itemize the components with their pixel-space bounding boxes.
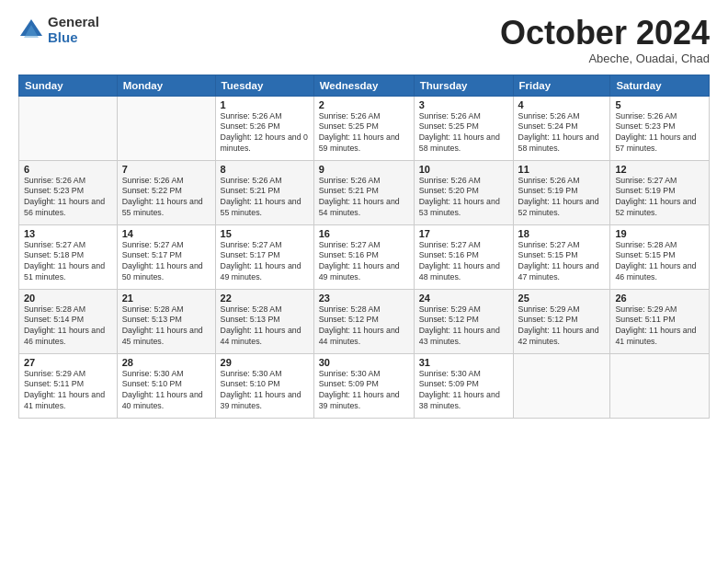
- header: General Blue October 2024 Abeche, Ouadai…: [18, 15, 710, 65]
- day-info: Sunrise: 5:26 AM Sunset: 5:21 PM Dayligh…: [319, 176, 409, 220]
- weekday-header-row: SundayMondayTuesdayWednesdayThursdayFrid…: [19, 75, 710, 96]
- day-info: Sunrise: 5:27 AM Sunset: 5:17 PM Dayligh…: [221, 240, 309, 284]
- day-info: Sunrise: 5:26 AM Sunset: 5:26 PM Dayligh…: [221, 111, 309, 155]
- day-number: 10: [419, 164, 508, 175]
- day-number: 26: [615, 293, 704, 304]
- calendar-cell: 9Sunrise: 5:26 AM Sunset: 5:21 PM Daylig…: [313, 160, 414, 224]
- weekday-header-saturday: Saturday: [610, 75, 710, 96]
- day-number: 31: [419, 357, 508, 368]
- day-number: 19: [615, 228, 704, 239]
- day-info: Sunrise: 5:30 AM Sunset: 5:10 PM Dayligh…: [122, 369, 210, 413]
- day-number: 29: [221, 357, 309, 368]
- day-info: Sunrise: 5:28 AM Sunset: 5:15 PM Dayligh…: [615, 240, 704, 284]
- calendar-cell: [610, 353, 710, 418]
- day-info: Sunrise: 5:27 AM Sunset: 5:18 PM Dayligh…: [24, 240, 112, 284]
- day-number: 1: [221, 99, 309, 110]
- day-info: Sunrise: 5:27 AM Sunset: 5:19 PM Dayligh…: [615, 176, 704, 220]
- day-info: Sunrise: 5:29 AM Sunset: 5:12 PM Dayligh…: [419, 304, 508, 349]
- day-info: Sunrise: 5:30 AM Sunset: 5:09 PM Dayligh…: [319, 369, 409, 413]
- day-info: Sunrise: 5:26 AM Sunset: 5:22 PM Dayligh…: [122, 176, 210, 220]
- calendar-cell: 15Sunrise: 5:27 AM Sunset: 5:17 PM Dayli…: [215, 224, 313, 289]
- calendar-cell: 23Sunrise: 5:28 AM Sunset: 5:12 PM Dayli…: [313, 289, 414, 353]
- day-number: 11: [518, 164, 606, 175]
- day-info: Sunrise: 5:28 AM Sunset: 5:12 PM Dayligh…: [319, 304, 409, 349]
- calendar-cell: 1Sunrise: 5:26 AM Sunset: 5:26 PM Daylig…: [215, 96, 313, 160]
- calendar-cell: 7Sunrise: 5:26 AM Sunset: 5:22 PM Daylig…: [117, 160, 215, 224]
- day-info: Sunrise: 5:28 AM Sunset: 5:13 PM Dayligh…: [122, 304, 210, 349]
- logo-icon: [18, 17, 44, 43]
- calendar-cell: 10Sunrise: 5:26 AM Sunset: 5:20 PM Dayli…: [414, 160, 513, 224]
- day-number: 14: [122, 228, 210, 239]
- day-number: 17: [419, 228, 508, 239]
- day-info: Sunrise: 5:26 AM Sunset: 5:24 PM Dayligh…: [518, 111, 606, 155]
- calendar-cell: [117, 96, 215, 160]
- title-block: October 2024 Abeche, Ouadai, Chad: [500, 15, 710, 65]
- day-info: Sunrise: 5:28 AM Sunset: 5:14 PM Dayligh…: [24, 304, 112, 349]
- day-number: 23: [319, 293, 409, 304]
- calendar-cell: 17Sunrise: 5:27 AM Sunset: 5:16 PM Dayli…: [414, 224, 513, 289]
- day-info: Sunrise: 5:28 AM Sunset: 5:13 PM Dayligh…: [221, 304, 309, 349]
- calendar-cell: 4Sunrise: 5:26 AM Sunset: 5:24 PM Daylig…: [513, 96, 610, 160]
- calendar-cell: 30Sunrise: 5:30 AM Sunset: 5:09 PM Dayli…: [313, 353, 414, 418]
- calendar-cell: 22Sunrise: 5:28 AM Sunset: 5:13 PM Dayli…: [215, 289, 313, 353]
- week-row-2: 13Sunrise: 5:27 AM Sunset: 5:18 PM Dayli…: [19, 224, 710, 289]
- calendar-cell: [513, 353, 610, 418]
- day-info: Sunrise: 5:26 AM Sunset: 5:23 PM Dayligh…: [24, 176, 112, 220]
- calendar-cell: 21Sunrise: 5:28 AM Sunset: 5:13 PM Dayli…: [117, 289, 215, 353]
- location-subtitle: Abeche, Ouadai, Chad: [500, 52, 710, 65]
- day-number: 27: [24, 357, 112, 368]
- day-number: 30: [319, 357, 409, 368]
- calendar-cell: 24Sunrise: 5:29 AM Sunset: 5:12 PM Dayli…: [414, 289, 513, 353]
- day-info: Sunrise: 5:27 AM Sunset: 5:15 PM Dayligh…: [518, 240, 606, 284]
- week-row-3: 20Sunrise: 5:28 AM Sunset: 5:14 PM Dayli…: [19, 289, 710, 353]
- weekday-header-thursday: Thursday: [414, 75, 513, 96]
- day-number: 8: [221, 164, 309, 175]
- weekday-header-tuesday: Tuesday: [215, 75, 313, 96]
- day-number: 16: [319, 228, 409, 239]
- calendar-cell: 20Sunrise: 5:28 AM Sunset: 5:14 PM Dayli…: [19, 289, 118, 353]
- day-number: 20: [24, 293, 112, 304]
- weekday-header-sunday: Sunday: [19, 75, 118, 96]
- logo-text: General Blue: [48, 15, 99, 45]
- day-number: 18: [518, 228, 606, 239]
- calendar-cell: 27Sunrise: 5:29 AM Sunset: 5:11 PM Dayli…: [19, 353, 118, 418]
- day-number: 21: [122, 293, 210, 304]
- page: General Blue October 2024 Abeche, Ouadai…: [0, 0, 728, 563]
- day-number: 13: [24, 228, 112, 239]
- day-info: Sunrise: 5:26 AM Sunset: 5:25 PM Dayligh…: [419, 111, 508, 155]
- calendar-cell: 11Sunrise: 5:26 AM Sunset: 5:19 PM Dayli…: [513, 160, 610, 224]
- calendar-cell: 5Sunrise: 5:26 AM Sunset: 5:23 PM Daylig…: [610, 96, 710, 160]
- calendar-cell: 28Sunrise: 5:30 AM Sunset: 5:10 PM Dayli…: [117, 353, 215, 418]
- day-info: Sunrise: 5:26 AM Sunset: 5:20 PM Dayligh…: [419, 176, 508, 220]
- day-info: Sunrise: 5:27 AM Sunset: 5:16 PM Dayligh…: [419, 240, 508, 284]
- day-info: Sunrise: 5:26 AM Sunset: 5:23 PM Dayligh…: [615, 111, 704, 155]
- day-info: Sunrise: 5:26 AM Sunset: 5:21 PM Dayligh…: [221, 176, 309, 220]
- day-number: 5: [615, 99, 704, 110]
- calendar-cell: 6Sunrise: 5:26 AM Sunset: 5:23 PM Daylig…: [19, 160, 118, 224]
- calendar-cell: 18Sunrise: 5:27 AM Sunset: 5:15 PM Dayli…: [513, 224, 610, 289]
- day-number: 6: [24, 164, 112, 175]
- day-number: 4: [518, 99, 606, 110]
- calendar-cell: 3Sunrise: 5:26 AM Sunset: 5:25 PM Daylig…: [414, 96, 513, 160]
- day-info: Sunrise: 5:30 AM Sunset: 5:10 PM Dayligh…: [221, 369, 309, 413]
- day-number: 22: [221, 293, 309, 304]
- calendar-cell: 16Sunrise: 5:27 AM Sunset: 5:16 PM Dayli…: [313, 224, 414, 289]
- day-info: Sunrise: 5:29 AM Sunset: 5:11 PM Dayligh…: [24, 369, 112, 413]
- logo-general-text: General: [48, 15, 99, 30]
- day-number: 15: [221, 228, 309, 239]
- day-info: Sunrise: 5:26 AM Sunset: 5:19 PM Dayligh…: [518, 176, 606, 220]
- calendar-cell: 8Sunrise: 5:26 AM Sunset: 5:21 PM Daylig…: [215, 160, 313, 224]
- day-info: Sunrise: 5:27 AM Sunset: 5:16 PM Dayligh…: [319, 240, 409, 284]
- day-number: 28: [122, 357, 210, 368]
- weekday-header-friday: Friday: [513, 75, 610, 96]
- calendar-cell: 12Sunrise: 5:27 AM Sunset: 5:19 PM Dayli…: [610, 160, 710, 224]
- day-number: 25: [518, 293, 606, 304]
- calendar-cell: 14Sunrise: 5:27 AM Sunset: 5:17 PM Dayli…: [117, 224, 215, 289]
- day-info: Sunrise: 5:26 AM Sunset: 5:25 PM Dayligh…: [319, 111, 409, 155]
- month-title: October 2024: [500, 15, 710, 52]
- day-number: 2: [319, 99, 409, 110]
- calendar-cell: 2Sunrise: 5:26 AM Sunset: 5:25 PM Daylig…: [313, 96, 414, 160]
- calendar-cell: 29Sunrise: 5:30 AM Sunset: 5:10 PM Dayli…: [215, 353, 313, 418]
- calendar-cell: 13Sunrise: 5:27 AM Sunset: 5:18 PM Dayli…: [19, 224, 118, 289]
- day-info: Sunrise: 5:30 AM Sunset: 5:09 PM Dayligh…: [419, 369, 508, 413]
